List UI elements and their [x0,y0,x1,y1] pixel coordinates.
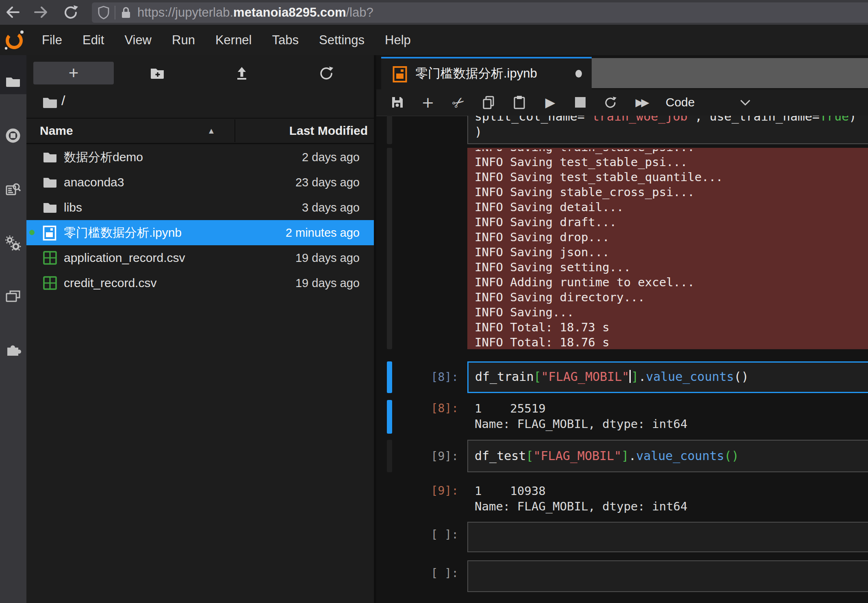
column-header-modified[interactable]: Last Modified [289,119,368,143]
settings-gears-icon[interactable] [5,235,21,251]
empty-code-cell[interactable] [467,560,868,592]
save-icon[interactable] [388,89,406,115]
log-line: INFO Saving drop... [475,230,868,245]
notebook-tab[interactable]: 零门槛数据分析.ipynb [381,57,592,89]
folder-icon [43,150,57,164]
menu-items: FileEditViewRunKernelTabsSettingsHelp [32,25,421,55]
property-inspector-icon[interactable] [5,182,21,198]
browser-forward-icon[interactable] [33,3,50,21]
new-launcher-button[interactable]: + [33,62,114,84]
sort-ascending-icon[interactable]: ▲ [207,119,215,143]
new-folder-button[interactable] [148,64,166,82]
file-row[interactable]: anaconda323 days ago [26,170,374,195]
input-prompt-empty: [ ]: [393,528,458,541]
refresh-button[interactable] [317,64,335,82]
file-row[interactable]: 数据分析demo2 days ago [26,145,374,170]
shield-icon[interactable] [98,5,110,20]
browser-back-icon[interactable] [3,3,21,21]
cut-cells-icon[interactable]: ✂ [449,89,467,115]
notebook-scroll-area[interactable]: split_col_name="train_woe_job", use_trai… [376,116,868,603]
scrolled-code-cell[interactable]: split_col_name="train_woe_job", use_trai… [467,116,868,144]
file-row[interactable]: credit_record.csv19 days ago [26,270,374,296]
add-cell-icon[interactable]: + [419,89,437,115]
log-line: INFO Saving... [475,305,868,320]
breadcrumb[interactable]: / [61,93,65,108]
output-collapser[interactable] [387,148,392,349]
notebook-icon [43,225,56,241]
jupyterlab-logo-icon [2,28,27,52]
menu-edit[interactable]: Edit [72,25,114,55]
file-list-header: Name ▲ Last Modified [26,119,374,143]
menu-tabs[interactable]: Tabs [262,25,309,55]
plus-icon: + [69,63,79,83]
code-line: df_test["FLAG_MOBIL"].value_counts() [475,448,868,464]
file-list: 数据分析demo2 days agoanaconda323 days agoli… [26,145,374,296]
output-prompt: [8]: [393,402,458,415]
upload-button[interactable] [233,64,251,82]
header-underline [26,143,374,144]
file-row[interactable]: 零门槛数据分析.ipynb2 minutes ago [26,220,374,245]
output-line: Name: FLAG_MOBIL, dtype: int64 [475,499,688,514]
log-lines: INFO Saving test_stable_psi...INFO Savin… [475,155,868,349]
file-browser-panel: + / Name ▲ Last Modified 数据分析demo2 days … [26,55,374,603]
log-line: INFO Saving json... [475,245,868,260]
file-modified: 2 minutes ago [286,220,360,245]
left-activity-bar [0,55,26,603]
log-line-clipped: INFO Saving train_stable_psi... [475,149,868,155]
browser-address-bar[interactable]: https://jupyterlab.metanoia8295.com/lab? [92,2,868,23]
cell-collapser[interactable] [387,116,392,144]
log-line: INFO Saving directory... [475,290,868,305]
folder-icon [43,175,57,190]
code-line-clipped: split_col_name="train_woe_job", use_trai… [475,116,868,124]
running-kernel-dot-icon [29,230,35,235]
menu-file[interactable]: File [32,25,72,55]
extensions-puzzle-icon[interactable] [5,341,21,358]
menu-run[interactable]: Run [162,25,205,55]
breadcrumb-folder-icon[interactable] [43,96,57,108]
lock-icon [120,6,132,19]
output-line: 1 25519 [475,401,688,416]
restart-run-all-icon[interactable]: ▶▶ [633,89,651,115]
notebook-tab-title: 零门槛数据分析.ipynb [415,58,537,89]
file-name: anaconda3 [64,170,124,195]
open-tabs-icon[interactable] [5,289,21,305]
menu-help[interactable]: Help [375,25,421,55]
code-cell[interactable]: df_test["FLAG_MOBIL"].value_counts() [467,440,868,472]
menu-settings[interactable]: Settings [309,25,375,55]
active-output-collapser[interactable] [387,400,392,434]
notebook-dock-panel: 零门槛数据分析.ipynb + ✂ ▶ ▶▶ Code [376,55,868,603]
file-modified: 23 days ago [295,170,360,195]
run-cell-icon[interactable]: ▶ [541,89,559,115]
log-line: INFO Saving setting... [475,260,868,275]
active-code-cell[interactable]: df_train["FLAG_MOBIL"].value_counts() [467,361,868,393]
empty-code-cell[interactable] [467,522,868,552]
file-row[interactable]: application_record.csv19 days ago [26,245,374,270]
chevron-down-icon[interactable] [740,99,751,106]
log-line: INFO Adding runtime to excel... [475,275,868,290]
log-line: INFO Saving stable_cross_psi... [475,185,868,200]
column-header-name[interactable]: Name [40,119,73,143]
running-sessions-icon[interactable] [5,128,21,144]
tab-bar-empty-space [592,58,868,88]
log-line: INFO Total: 18.76 s [475,335,868,349]
interrupt-kernel-icon[interactable] [571,89,589,115]
cell-type-dropdown[interactable]: Code [666,89,695,115]
active-cell-collapser[interactable] [387,361,392,393]
file-modified: 3 days ago [302,195,360,220]
browser-reload-icon[interactable] [62,3,80,21]
menu-view[interactable]: View [114,25,162,55]
file-browser-icon[interactable] [5,74,21,90]
copy-cells-icon[interactable] [480,89,498,115]
log-line: INFO Saving test_stable_quantile... [475,170,868,185]
jupyterlab-browser-window: https://jupyterlab.metanoia8295.com/lab?… [0,0,868,603]
restart-kernel-icon[interactable] [601,89,619,115]
file-name: 数据分析demo [64,145,143,170]
cell-collapser[interactable] [387,440,392,472]
file-row[interactable]: libs3 days ago [26,195,374,220]
log-line: INFO Saving draft... [475,215,868,230]
unsaved-changes-dot-icon[interactable] [575,70,582,78]
cell-output-text: 1 10938Name: FLAG_MOBIL, dtype: int64 [475,483,688,514]
paste-cells-icon[interactable] [510,89,528,115]
file-name: 零门槛数据分析.ipynb [64,220,182,245]
menu-kernel[interactable]: Kernel [205,25,262,55]
